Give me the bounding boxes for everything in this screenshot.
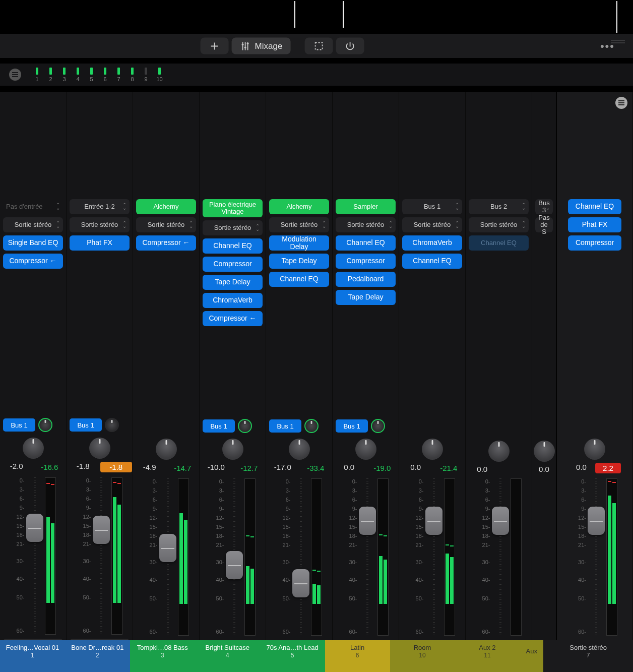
- instrument-slot[interactable]: Alchemy: [136, 199, 196, 214]
- channel-label[interactable]: Aux 211: [455, 640, 520, 662]
- overview-track[interactable]: 3: [57, 68, 71, 82]
- fader-cap[interactable]: [359, 507, 376, 535]
- fx-slot[interactable]: Compressor: [568, 235, 621, 251]
- peak-value[interactable]: [499, 465, 531, 473]
- peak-value[interactable]: -16.6: [34, 462, 66, 472]
- master-peak-value[interactable]: 2.2: [595, 463, 621, 473]
- overview-track[interactable]: 2: [44, 68, 57, 82]
- send-knob[interactable]: [304, 419, 319, 433]
- output-select[interactable]: Sortie stéréo⌃⌄: [70, 217, 130, 232]
- filter-button[interactable]: [9, 69, 21, 81]
- channel-label[interactable]: Tompki…08 Bass3: [130, 640, 195, 662]
- peak-value[interactable]: -14.7: [167, 463, 199, 473]
- overview-track[interactable]: 9: [139, 68, 153, 82]
- master-pan-knob[interactable]: [584, 439, 605, 460]
- fx-slot[interactable]: Compressor: [336, 254, 396, 269]
- fx-slot[interactable]: Pedalboard: [336, 272, 396, 287]
- fx-slot[interactable]: Channel EQ: [568, 199, 621, 214]
- output-select[interactable]: Pas de S: [535, 217, 553, 232]
- fx-slot[interactable]: Channel EQ: [336, 235, 396, 251]
- input-select[interactable]: Bus 3⌃⌄: [535, 199, 553, 214]
- send-chip[interactable]: Bus 1: [269, 419, 301, 433]
- fader-cap[interactable]: [26, 514, 43, 542]
- output-select[interactable]: Sortie stéréo⌃⌄: [469, 217, 529, 232]
- drag-handle[interactable]: [611, 40, 625, 43]
- peak-value[interactable]: -1.8: [100, 462, 132, 472]
- channel-label[interactable]: Latin6: [325, 640, 390, 662]
- send-chip[interactable]: Bus 1: [3, 418, 35, 432]
- pan-knob[interactable]: [222, 439, 243, 460]
- channel-label[interactable]: Room10: [390, 640, 455, 662]
- send-knob[interactable]: [38, 418, 52, 432]
- input-select[interactable]: Entrée 1-2⌃⌄: [70, 199, 130, 214]
- output-select[interactable]: Sortie stéréo⌃⌄: [3, 217, 63, 232]
- fx-slot[interactable]: Compressor: [203, 257, 263, 272]
- select-button[interactable]: [304, 38, 333, 54]
- fader-cap[interactable]: [159, 534, 176, 562]
- fx-slot[interactable]: Single Band EQ: [3, 235, 63, 251]
- master-filter-button[interactable]: [615, 97, 627, 109]
- fader-cap[interactable]: [588, 507, 605, 535]
- instrument-slot[interactable]: Piano électrique Vintage: [203, 199, 263, 217]
- fader-cap[interactable]: [292, 569, 309, 597]
- fx-slot[interactable]: Channel EQ: [402, 254, 462, 269]
- fx-slot[interactable]: Tape Delay: [336, 290, 396, 305]
- master-label[interactable]: Sortie stéréo7: [543, 640, 633, 662]
- overview-track[interactable]: 5: [85, 68, 98, 82]
- pan-knob[interactable]: [534, 441, 555, 462]
- send-chip[interactable]: Bus 1: [336, 419, 368, 433]
- input-select[interactable]: Bus 2⌃⌄: [469, 199, 529, 214]
- view-mixer-button[interactable]: Mixage: [232, 38, 291, 54]
- send-knob[interactable]: [371, 419, 385, 433]
- fx-slot[interactable]: Compressor ←: [3, 254, 63, 269]
- overview-track[interactable]: 1: [30, 68, 44, 82]
- fx-slot[interactable]: Modulation Delay: [269, 235, 329, 251]
- pan-knob[interactable]: [89, 438, 110, 459]
- fx-slot-bypassed[interactable]: Channel EQ: [469, 235, 529, 251]
- pan-knob[interactable]: [289, 439, 310, 460]
- fader-cap[interactable]: [425, 507, 442, 535]
- fader-cap[interactable]: [93, 516, 110, 544]
- fx-slot[interactable]: Tape Delay: [203, 275, 263, 290]
- instrument-slot[interactable]: Alchemy: [269, 199, 329, 214]
- send-chip[interactable]: Bus 1: [203, 419, 235, 433]
- channel-label[interactable]: Feeling…Vocal 011: [0, 640, 65, 662]
- pan-knob[interactable]: [422, 439, 443, 460]
- peak-value[interactable]: -19.0: [366, 463, 398, 473]
- fx-slot[interactable]: Compressor ←: [203, 311, 263, 326]
- peak-value[interactable]: -12.7: [233, 463, 265, 473]
- fx-slot[interactable]: ChromaVerb: [203, 293, 263, 308]
- overview-track[interactable]: 8: [125, 68, 139, 82]
- channel-label[interactable]: Bone Dr…reak 012: [65, 640, 130, 662]
- input-select[interactable]: Pas d'entrée⌃⌄: [3, 199, 63, 214]
- peak-value[interactable]: -21.4: [433, 463, 465, 473]
- fx-slot[interactable]: Phat FX: [70, 235, 130, 251]
- fader-cap[interactable]: [226, 551, 243, 579]
- overview-track[interactable]: 7: [112, 68, 125, 82]
- fx-slot[interactable]: Tape Delay: [269, 254, 329, 269]
- fx-slot[interactable]: Channel EQ: [203, 238, 263, 254]
- pan-knob[interactable]: [488, 441, 510, 462]
- output-select[interactable]: Sortie stéréo⌃⌄: [136, 217, 196, 232]
- power-button[interactable]: [336, 38, 364, 54]
- input-select[interactable]: Bus 1⌃⌄: [402, 199, 462, 214]
- overview-track[interactable]: 4: [71, 68, 85, 82]
- overview-track[interactable]: 10: [153, 68, 166, 82]
- send-chip[interactable]: Bus 1: [70, 418, 102, 432]
- output-select[interactable]: Sortie stéréo⌃⌄: [269, 217, 329, 232]
- channel-label[interactable]: 70s Ana…th Lead5: [260, 640, 325, 662]
- output-select[interactable]: Sortie stéréo⌃⌄: [402, 217, 462, 232]
- fader-cap[interactable]: [492, 507, 509, 535]
- pan-knob[interactable]: [23, 438, 44, 459]
- pan-knob[interactable]: [156, 439, 177, 460]
- channel-label[interactable]: Aux: [520, 640, 543, 662]
- fx-slot[interactable]: Channel EQ: [269, 272, 329, 287]
- send-knob[interactable]: [238, 419, 252, 433]
- send-knob[interactable]: [105, 418, 119, 432]
- overview-track[interactable]: 6: [98, 68, 112, 82]
- fx-slot[interactable]: ChromaVerb: [402, 235, 462, 251]
- add-track-button[interactable]: [201, 38, 229, 54]
- output-select[interactable]: Sortie stéréo⌃⌄: [336, 217, 396, 232]
- fx-slot[interactable]: Phat FX: [568, 217, 621, 232]
- channel-label[interactable]: Bright Suitcase4: [195, 640, 260, 662]
